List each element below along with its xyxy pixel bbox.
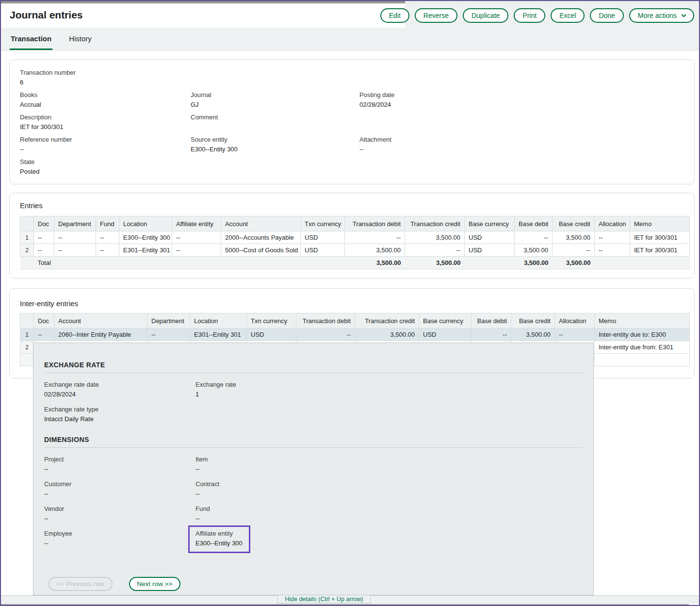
- field-exchange-rate-date: Exchange rate date02/28/2024: [44, 381, 195, 398]
- cell-allocation: --: [555, 328, 595, 341]
- column-header-base-credit: Base credit: [511, 313, 555, 328]
- column-header-fund: Fund: [96, 216, 119, 231]
- cell-transaction-credit: 3,500.00: [355, 328, 419, 341]
- cell-transaction-credit: 3,500.00: [405, 231, 465, 244]
- field-label: Customer: [44, 480, 195, 488]
- field-label: Exchange rate date: [44, 381, 195, 389]
- field-value: --: [44, 465, 195, 473]
- dimensions-section: DIMENSIONS Project--Item--Customer--Cont…: [44, 436, 583, 553]
- action-button-done[interactable]: Done: [590, 8, 623, 23]
- field-value: --: [195, 465, 583, 473]
- cell-department: --: [147, 328, 190, 341]
- field-label: Comment: [191, 114, 359, 121]
- field-attachment: Attachment--: [359, 136, 688, 153]
- more-actions-label: More actions: [638, 12, 677, 19]
- column-header-affiliate-entity: Affiliate entity: [172, 216, 221, 231]
- hide-details-tab[interactable]: Hide details (Ctrl + Up arrow): [277, 595, 371, 604]
- field-label: State: [20, 158, 191, 166]
- field-value: --: [195, 515, 583, 523]
- action-button-excel[interactable]: Excel: [551, 8, 585, 23]
- cell-location: E301--Entity 301: [190, 328, 247, 341]
- transaction-fields: Transaction number6BooksAccrualJournalGJ…: [20, 69, 688, 176]
- field-exchange-rate-type: Exchange rate typeIntacct Daily Rate: [44, 406, 195, 423]
- field-label: Affiliate entity: [195, 530, 243, 538]
- action-button-reverse[interactable]: Reverse: [415, 8, 457, 23]
- field-exchange-rate: Exchange rate1: [195, 381, 583, 398]
- cell-affiliate-entity: --: [172, 244, 221, 257]
- cell-account: 2000--Accounts Payable: [221, 231, 301, 244]
- table-row[interactable]: 2------E301--Entity 301--5000--Cost of G…: [20, 244, 690, 257]
- table-row[interactable]: 1--2060--Inter Entity Payable--E301--Ent…: [20, 328, 690, 341]
- field-posting-date: Posting date02/28/2024: [359, 91, 688, 109]
- cell-transaction-debit: --: [345, 231, 405, 244]
- exchange-rate-section: EXCHANGE RATE Exchange rate date02/28/20…: [44, 361, 583, 423]
- next-row-button[interactable]: Next row >>: [129, 577, 181, 591]
- field-value: --: [359, 146, 688, 153]
- total-cell-doc: Total: [34, 257, 54, 269]
- total-row: Total3,500.003,500.003,500.003,500.00: [20, 257, 690, 269]
- field-row: DescriptionIET for 300/301Comment: [20, 114, 688, 131]
- row-number-header: [20, 216, 34, 231]
- field-item: Item--: [195, 456, 583, 473]
- field-label: Description: [20, 114, 191, 121]
- cell-location: E300--Entity 300: [119, 231, 172, 244]
- column-header-transaction-debit: Transaction debit: [296, 313, 355, 328]
- field-label: Posting date: [359, 91, 688, 99]
- tab-transaction[interactable]: Transaction: [10, 28, 52, 50]
- field-label: Vendor: [44, 505, 195, 513]
- column-header-department: Department: [54, 216, 96, 231]
- total-cell-base-credit: 3,500.00: [553, 257, 595, 269]
- cell-transaction-debit: 3,500.00: [345, 244, 405, 257]
- action-button-duplicate[interactable]: Duplicate: [463, 8, 508, 23]
- field-row: Vendor--Fund--: [44, 505, 583, 523]
- cell-account: 5000--Cost of Goods Sold: [221, 244, 301, 257]
- column-header-transaction-debit: Transaction debit: [345, 216, 405, 231]
- tab-history[interactable]: History: [68, 28, 93, 50]
- cell-account: 2060--Inter Entity Payable: [54, 328, 147, 341]
- field-customer: Customer--: [44, 480, 195, 498]
- column-header-txn-currency: Txn currency: [247, 313, 296, 328]
- field-affiliate-entity: Affiliate entityE300--Entity 300: [188, 525, 250, 553]
- cell-memo: IET for 300/301: [630, 231, 690, 244]
- action-button-edit[interactable]: Edit: [380, 8, 409, 23]
- field-label: Books: [20, 91, 191, 99]
- column-header-allocation: Allocation: [555, 313, 595, 328]
- column-header-department: Department: [147, 313, 190, 328]
- field-fund: Fund--: [195, 505, 583, 523]
- field-employee: Employee--: [44, 530, 195, 553]
- field-row: Exchange rate typeIntacct Daily Rate: [44, 406, 583, 423]
- page-header: Journal entries EditReverseDuplicatePrin…: [1, 3, 699, 28]
- field-state: StatePosted: [20, 158, 191, 176]
- column-header-location: Location: [119, 216, 172, 231]
- field-row: StatePosted: [20, 158, 688, 176]
- field-value: Accrual: [20, 101, 191, 109]
- table-row[interactable]: 1------E300--Entity 300--2000--Accounts …: [20, 231, 690, 244]
- field-row: BooksAccrualJournalGJPosting date02/28/2…: [20, 91, 688, 109]
- row-number-cell: 1: [20, 231, 34, 244]
- field-label: Employee: [44, 530, 195, 538]
- total-cell-txn-currency: [301, 257, 345, 269]
- cell-allocation: --: [595, 244, 630, 257]
- previous-row-button[interactable]: << Previous row: [49, 577, 113, 591]
- total-cell-fund: [96, 257, 119, 269]
- field-row: Reference number--Source entityE300--Ent…: [20, 136, 688, 153]
- page-title: Journal entries: [10, 9, 83, 21]
- more-actions-button[interactable]: More actions: [629, 8, 694, 23]
- field-comment: Comment: [191, 114, 359, 131]
- column-header-base-currency: Base currency: [465, 216, 515, 231]
- field-label: Project: [44, 456, 195, 463]
- column-header-base-debit: Base debit: [515, 216, 553, 231]
- field-label: Item: [195, 456, 583, 463]
- journal-entries-page: Journal entries EditReverseDuplicatePrin…: [0, 0, 700, 606]
- cell-base-debit: 3,500.00: [515, 244, 553, 257]
- cell-base-credit: --: [553, 244, 595, 257]
- dimensions-heading: DIMENSIONS: [44, 436, 583, 448]
- field-value: --: [20, 146, 191, 153]
- row-number-cell: 2: [20, 244, 34, 257]
- column-header-transaction-credit: Transaction credit: [405, 216, 465, 231]
- action-button-print[interactable]: Print: [514, 8, 545, 23]
- field-value: --: [44, 540, 195, 547]
- cell-base-currency: USD: [419, 328, 472, 341]
- field-value: 1: [195, 391, 583, 398]
- row-number-cell: 1: [20, 328, 34, 341]
